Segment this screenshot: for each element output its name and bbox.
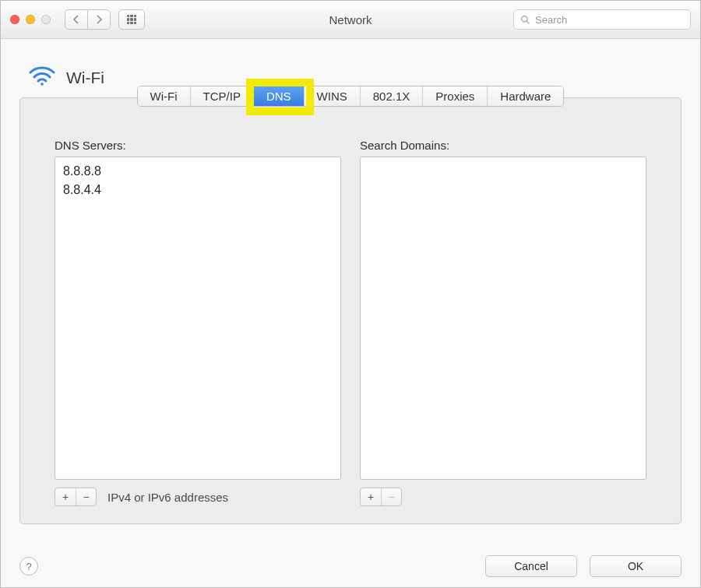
dns-servers-controls: + − IPv4 or IPv6 addresses — [55, 488, 341, 506]
close-button[interactable] — [10, 15, 19, 24]
dns-servers-label: DNS Servers: — [55, 139, 341, 152]
tab-dns[interactable]: DNS — [254, 86, 305, 106]
tabs-wrap: Wi-FiTCP/IPDNSWINS802.1XProxiesHardware — [20, 86, 681, 107]
tab-802-1x[interactable]: 802.1X — [361, 86, 424, 106]
tab-hardware[interactable]: Hardware — [488, 86, 563, 106]
dns-servers-add-button[interactable]: + — [55, 488, 76, 505]
dns-servers-list[interactable]: 8.8.8.88.8.4.4 — [55, 157, 341, 480]
chevron-right-icon — [95, 15, 103, 24]
search-placeholder: Search — [535, 14, 567, 26]
search-domains-label: Search Domains: — [360, 139, 646, 152]
svg-line-1 — [527, 21, 529, 23]
dns-servers-column: DNS Servers: 8.8.8.88.8.4.4 + − IPv4 or … — [55, 139, 341, 506]
search-domains-pm: + − — [360, 488, 402, 506]
tab-tcp-ip[interactable]: TCP/IP — [191, 86, 254, 106]
dialog-buttons: Cancel OK — [485, 555, 682, 577]
zoom-button[interactable] — [41, 15, 51, 24]
chevron-left-icon — [72, 15, 80, 24]
search-input[interactable]: Search — [513, 9, 691, 30]
dns-servers-remove-button[interactable]: − — [76, 488, 96, 505]
titlebar: Network Search — [1, 1, 700, 39]
search-domains-controls: + − — [360, 488, 646, 506]
tab-proxies[interactable]: Proxies — [423, 86, 488, 106]
settings-panel: Wi-FiTCP/IPDNSWINS802.1XProxiesHardware … — [19, 97, 682, 524]
dns-servers-hint: IPv4 or IPv6 addresses — [107, 491, 228, 504]
tab-wins[interactable]: WINS — [305, 86, 361, 106]
search-domains-remove-button[interactable]: − — [381, 488, 401, 505]
svg-point-0 — [522, 16, 527, 21]
window-controls — [10, 15, 51, 24]
help-button[interactable]: ? — [19, 557, 38, 576]
dns-pane: DNS Servers: 8.8.8.88.8.4.4 + − IPv4 or … — [20, 112, 681, 523]
search-domains-list[interactable] — [360, 157, 646, 480]
ok-button[interactable]: OK — [590, 555, 682, 577]
grid-icon — [127, 15, 136, 24]
nav-back-forward — [65, 9, 111, 30]
back-button[interactable] — [65, 9, 87, 30]
tabs: Wi-FiTCP/IPDNSWINS802.1XProxiesHardware — [137, 86, 565, 107]
content: Wi-Fi Wi-FiTCP/IPDNSWINS802.1XProxiesHar… — [1, 39, 700, 588]
search-domains-column: Search Domains: + − — [360, 139, 646, 506]
forward-button[interactable] — [87, 9, 111, 30]
show-all-button[interactable] — [118, 9, 145, 30]
interface-label: Wi-Fi — [66, 69, 104, 87]
list-item[interactable]: 8.8.8.8 — [63, 162, 333, 181]
bottom-bar: ? Cancel OK — [19, 555, 682, 577]
dns-servers-pm: + − — [55, 488, 97, 506]
search-domains-add-button[interactable]: + — [361, 488, 381, 505]
minimize-button[interactable] — [26, 15, 35, 24]
cancel-button[interactable]: Cancel — [485, 555, 577, 577]
tab-wi-fi[interactable]: Wi-Fi — [138, 86, 191, 106]
window: Network Search Wi-Fi Wi-FiTCP/IPDNSWINS8… — [0, 0, 701, 588]
search-icon — [520, 15, 530, 25]
list-item[interactable]: 8.8.4.4 — [63, 181, 333, 199]
